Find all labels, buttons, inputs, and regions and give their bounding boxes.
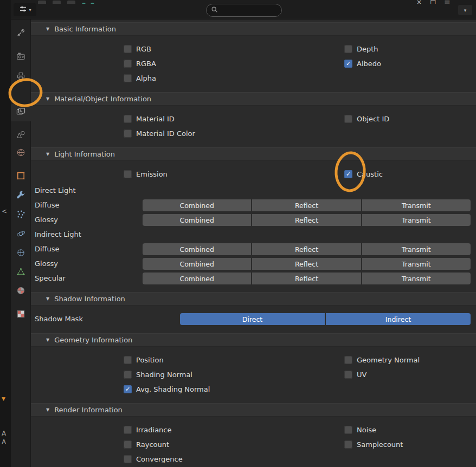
direct-glossy-reflect-button[interactable]: Reflect: [252, 214, 361, 226]
tab-render[interactable]: [11, 49, 31, 66]
section-header-material-object-information[interactable]: ▼ Material/Object Information: [31, 92, 476, 106]
checkbox-label: Position: [136, 356, 164, 364]
material-id-color-checkbox[interactable]: [124, 129, 132, 138]
close-icon: ×: [416, 0, 422, 4]
object-data-icon: [16, 267, 26, 278]
direct-diffuse-transmit-button[interactable]: Transmit: [362, 199, 471, 211]
position-checkbox[interactable]: [124, 356, 132, 364]
indirect-diffuse-combined-button[interactable]: Combined: [143, 243, 251, 255]
search-input[interactable]: [222, 7, 277, 14]
checkbox-label: Material ID Color: [136, 129, 195, 138]
section-header-light-information[interactable]: ▼ Light Information: [31, 147, 476, 161]
samplecount-checkbox[interactable]: [344, 440, 352, 449]
cutoff-fragment-left: [38, 0, 130, 4]
indirect-specular-options: Combined Reflect Transmit: [143, 273, 471, 284]
checkbox-label: Convergence: [136, 455, 183, 463]
tab-output[interactable]: [11, 68, 31, 86]
properties-tab-bar: [11, 20, 31, 467]
indirect-glossy-transmit-button[interactable]: Transmit: [362, 258, 471, 270]
object-id-checkbox[interactable]: [344, 115, 352, 123]
collapse-triangle-icon: ▼: [46, 96, 49, 101]
tool-icon: [16, 28, 26, 40]
caustic-checkbox[interactable]: [344, 170, 352, 178]
section-header-basic-information[interactable]: ▼ Basic Information: [31, 22, 476, 36]
indirect-glossy-reflect-button[interactable]: Reflect: [252, 258, 361, 270]
noise-checkbox[interactable]: [344, 426, 352, 434]
indirect-specular-transmit-button[interactable]: Transmit: [362, 273, 471, 284]
depth-checkbox[interactable]: [344, 45, 352, 53]
checkbox-row: Samplecount: [344, 439, 403, 449]
tab-material[interactable]: [11, 283, 31, 300]
shadow-mask-direct-button[interactable]: Direct: [180, 313, 325, 325]
checkbox-row: Albedo: [344, 59, 381, 68]
tab-physics[interactable]: [11, 226, 31, 243]
indirect-glossy-combined-button[interactable]: Combined: [143, 258, 251, 270]
avg-shading-normal-checkbox[interactable]: [124, 385, 132, 393]
indirect-diffuse-transmit-button[interactable]: Transmit: [362, 243, 471, 255]
tab-world[interactable]: [11, 145, 31, 162]
indirect-specular-label: Specular: [35, 274, 66, 283]
direct-diffuse-reflect-button[interactable]: Reflect: [252, 199, 361, 211]
collapse-triangle-icon: ▼: [46, 407, 49, 412]
modifiers-icon: [16, 190, 26, 202]
rgba-checkbox[interactable]: [124, 60, 132, 68]
geometry-normal-checkbox[interactable]: [344, 356, 352, 364]
uv-checkbox[interactable]: [344, 371, 352, 379]
tab-texture[interactable]: [11, 306, 31, 323]
physics-icon: [16, 229, 26, 241]
checkbox-label: Avg. Shading Normal: [136, 385, 210, 393]
direct-glossy-options: Combined Reflect Transmit: [143, 214, 471, 226]
tab-tool[interactable]: [11, 25, 31, 42]
tab-object-data[interactable]: [11, 264, 31, 281]
material-id-checkbox[interactable]: [124, 115, 132, 123]
emission-checkbox[interactable]: [124, 170, 132, 178]
region-collapse-arrow[interactable]: <: [2, 207, 7, 215]
raycount-checkbox[interactable]: [124, 440, 132, 449]
tab-constraints[interactable]: [11, 245, 31, 262]
rgb-checkbox[interactable]: [124, 45, 132, 53]
checkbox-row: Depth: [344, 44, 378, 54]
section-title: Light Information: [54, 150, 115, 158]
left-edge-strip: < ▼ A A: [0, 0, 11, 467]
indirect-diffuse-reflect-button[interactable]: Reflect: [252, 243, 361, 255]
cutoff-dot: [91, 3, 94, 4]
indirect-specular-combined-button[interactable]: Combined: [143, 273, 251, 284]
alpha-checkbox[interactable]: [124, 74, 132, 82]
checkbox-row: Raycount: [124, 439, 169, 449]
irradiance-checkbox[interactable]: [124, 426, 132, 434]
header-options-chevron-button[interactable]: ▾: [458, 5, 472, 15]
section-title: Material/Object Information: [54, 95, 151, 103]
checkbox-row: RGBA: [124, 59, 156, 68]
direct-glossy-combined-button[interactable]: Combined: [143, 214, 251, 226]
search-box[interactable]: [206, 4, 282, 17]
section-header-shadow-information[interactable]: ▼ Shadow Information: [31, 292, 476, 306]
cutoff-blob: [67, 1, 75, 4]
world-icon: [16, 147, 26, 159]
section-title: Shadow Information: [54, 295, 125, 303]
shadow-mask-indirect-button[interactable]: Indirect: [326, 313, 471, 325]
checkbox-label: Noise: [357, 426, 376, 434]
shadow-mask-options: Direct Indirect: [180, 313, 471, 325]
direct-glossy-label: Glossy: [35, 215, 58, 225]
checkbox-label: RGBA: [136, 60, 156, 68]
tab-view-layer[interactable]: [11, 104, 31, 121]
shading-normal-checkbox[interactable]: [124, 371, 132, 379]
direct-light-group-label: Direct Light: [35, 186, 76, 196]
checkbox-row: Avg. Shading Normal: [124, 384, 210, 394]
direct-diffuse-combined-button[interactable]: Combined: [143, 199, 251, 211]
section-header-render-information[interactable]: ▼ Render Information: [31, 403, 476, 417]
cutoff-fragment-right: × □ ☰: [416, 0, 471, 4]
albedo-checkbox[interactable]: [344, 60, 352, 68]
direct-diffuse-options: Combined Reflect Transmit: [143, 199, 471, 211]
convergence-checkbox[interactable]: [124, 455, 132, 463]
outliner-marker-icon: ▼: [2, 396, 5, 401]
tab-particles[interactable]: [11, 206, 31, 224]
editor-type-selector[interactable]: ▾: [14, 3, 36, 16]
direct-glossy-transmit-button[interactable]: Transmit: [362, 214, 471, 226]
section-header-geometry-information[interactable]: ▼ Geometry Information: [31, 333, 476, 347]
indirect-specular-reflect-button[interactable]: Reflect: [252, 273, 361, 284]
tab-object[interactable]: [11, 168, 31, 185]
tab-scene[interactable]: [11, 127, 31, 144]
tab-modifiers[interactable]: [11, 187, 31, 205]
checkbox-label: Raycount: [136, 440, 169, 449]
